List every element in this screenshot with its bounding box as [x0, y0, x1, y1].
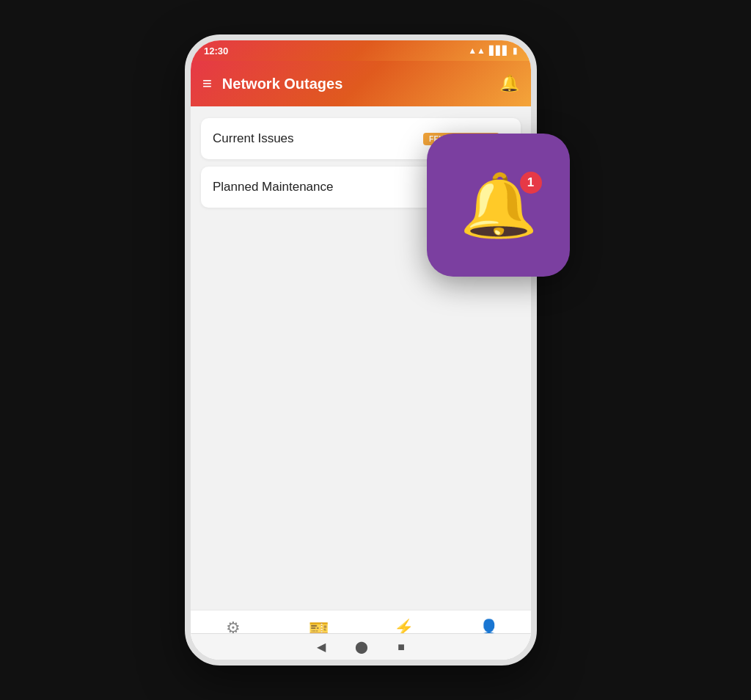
notification-bell-icon[interactable]: 🔔 — [499, 74, 519, 93]
status-bar: 12:30 ▲▲ ▋▋▋ ▮ — [191, 40, 531, 61]
recents-button[interactable]: ■ — [398, 641, 405, 654]
planned-maintenance-label: Planned Maintenance — [213, 180, 333, 194]
phone-shell: 12:30 ▲▲ ▋▋▋ ▮ ≡ Network Outages 🔔 Curre… — [185, 34, 537, 666]
app-header: ≡ Network Outages 🔔 — [191, 61, 531, 106]
home-button[interactable]: ⬤ — [355, 640, 368, 654]
wifi-icon: ▲▲ — [468, 45, 486, 56]
notification-bell-wrap: 🔔 1 — [460, 169, 538, 242]
android-system-bar: ◀ ⬤ ■ — [191, 633, 531, 660]
back-button[interactable]: ◀ — [317, 640, 326, 654]
status-icons: ▲▲ ▋▋▋ ▮ — [468, 45, 518, 56]
signal-icon: ▋▋▋ — [489, 45, 509, 56]
battery-icon: ▮ — [513, 45, 518, 56]
notification-count-badge: 1 — [519, 170, 543, 195]
status-time: 12:30 — [204, 45, 228, 56]
current-issues-label: Current Issues — [213, 131, 294, 146]
notification-popup[interactable]: 🔔 1 — [427, 134, 570, 277]
header-title: Network Outages — [222, 76, 489, 92]
menu-icon[interactable]: ≡ — [202, 74, 212, 93]
scene: 12:30 ▲▲ ▋▋▋ ▮ ≡ Network Outages 🔔 Curre… — [185, 20, 566, 680]
